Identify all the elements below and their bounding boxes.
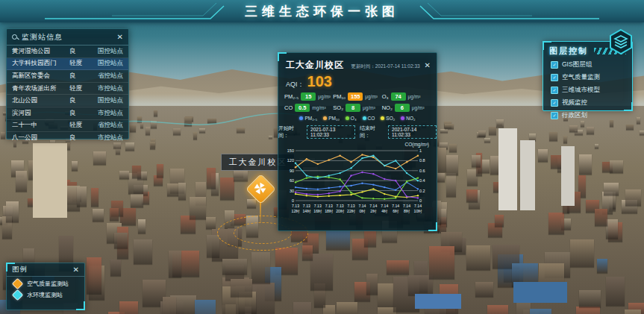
svg-text:14时: 14时 xyxy=(302,209,311,213)
building-block xyxy=(206,217,216,229)
station-row[interactable]: 黄河湿地公园良国控站点 xyxy=(7,45,128,58)
start-time-label: 开始时间： xyxy=(278,125,302,139)
svg-text:12时: 12时 xyxy=(292,209,301,213)
svg-text:7.13: 7.13 xyxy=(303,204,310,208)
layer-checkbox-item[interactable]: ✓空气质量监测 xyxy=(543,71,632,84)
building-block xyxy=(247,199,255,207)
chart-legend-item[interactable]: PM₁₀ xyxy=(323,116,340,121)
checkbox-checked-icon[interactable]: ✓ xyxy=(551,61,558,69)
building-block xyxy=(326,230,350,250)
pollutant-name: NO₂ xyxy=(382,104,393,111)
pollutant-unit: mg/m³ xyxy=(312,105,325,110)
layer-panel-title: 图层控制 xyxy=(549,45,588,57)
building-block xyxy=(131,194,143,207)
map-legend-panel: 图例 ✕ 空气质量监测站水环境监测站 xyxy=(6,263,85,310)
station-row[interactable]: 八一公园良市控站点 xyxy=(7,132,128,144)
building-block xyxy=(484,138,490,142)
chart-legend-item[interactable]: O₃ xyxy=(346,116,357,121)
close-icon[interactable]: ✕ xyxy=(425,62,431,69)
station-panel-title: 监测站信息 xyxy=(22,32,113,43)
legend-dot xyxy=(381,116,384,120)
pollutant-cell: CO0.5mg/m³ xyxy=(284,104,333,112)
station-row[interactable]: 高新区管委会良省控站点 xyxy=(7,70,128,83)
search-icon[interactable] xyxy=(12,34,18,40)
update-time: 更新时间：2021-07-14 11:02:33 xyxy=(344,63,420,70)
station-name: 大学科技园西门 xyxy=(12,59,69,68)
start-time-input[interactable]: 2021-07-13 11:02:33 xyxy=(307,125,355,139)
layer-label: 三维城市模型 xyxy=(562,86,600,95)
building-block xyxy=(130,125,136,131)
svg-text:22时: 22时 xyxy=(347,209,356,213)
top-header-bar: 三维生态环保一张图 xyxy=(0,0,644,22)
building-block xyxy=(110,260,121,276)
close-icon[interactable]: ✕ xyxy=(117,34,123,41)
checkbox-checked-icon[interactable]: ✓ xyxy=(551,99,558,107)
layer-label: 视频监控 xyxy=(562,98,587,107)
building-block xyxy=(472,155,481,167)
building-block xyxy=(530,309,552,314)
building-block xyxy=(466,245,491,270)
station-row[interactable]: 滨河园良市控站点 xyxy=(7,107,128,120)
chart-legend-item[interactable]: PM₂.₅ xyxy=(299,116,317,121)
building-block xyxy=(16,171,27,192)
aqi-value: 103 xyxy=(307,74,332,89)
layer-checkbox-item[interactable]: ✓视频监控 xyxy=(543,96,632,109)
blue-roof-shed xyxy=(415,294,461,309)
chart-legend-item[interactable]: NO₂ xyxy=(401,116,415,121)
svg-text:7.13: 7.13 xyxy=(337,204,344,208)
legend-item-label: 空气质量监测站 xyxy=(27,280,69,288)
pollutant-trend-chart[interactable]: 00300.2600.4900.61200.815017.1312时7.1314… xyxy=(283,147,432,222)
checkbox-checked-icon[interactable]: ✓ xyxy=(551,112,558,119)
chart-legend-item[interactable]: SO₂ xyxy=(381,116,395,121)
checkbox-checked-icon[interactable]: ✓ xyxy=(551,87,558,94)
svg-text:90: 90 xyxy=(290,169,294,173)
pollutant-unit: μg/m³ xyxy=(408,94,421,99)
station-row[interactable]: 青年农场派出所轻度市控站点 xyxy=(7,83,128,95)
svg-text:60: 60 xyxy=(290,178,294,183)
landmark-building xyxy=(33,143,67,218)
pollutant-value-chip: 74 xyxy=(391,92,406,101)
station-row[interactable]: 二十一中轻度省控站点 xyxy=(7,120,128,133)
building-block xyxy=(134,239,152,264)
legend-label: PM₁₀ xyxy=(328,116,340,121)
checkbox-checked-icon[interactable]: ✓ xyxy=(551,74,558,81)
svg-text:7.13: 7.13 xyxy=(325,204,333,208)
building-block xyxy=(178,183,186,200)
layer-items: ✓GIS图层组✓空气质量监测✓三维城市模型✓视频监控✓行政区划 xyxy=(543,58,632,122)
close-icon[interactable]: ✕ xyxy=(73,266,79,274)
svg-text:7.14: 7.14 xyxy=(403,204,410,208)
building-block xyxy=(93,151,106,165)
building-block xyxy=(466,189,478,202)
end-time-label: 结束时间： xyxy=(360,125,384,139)
layer-checkbox-item[interactable]: ✓GIS图层组 xyxy=(543,58,632,71)
pollutant-cell: O₃74μg/m³ xyxy=(382,92,431,101)
building-block xyxy=(237,128,245,133)
end-time-input[interactable]: 2021-07-14 11:02:33 xyxy=(388,125,437,139)
building-block xyxy=(137,116,142,122)
chart-legend-item[interactable]: CO xyxy=(363,116,375,121)
pollutant-unit: μg/m³ xyxy=(318,94,331,99)
svg-text:18时: 18时 xyxy=(325,209,334,213)
layer-checkbox-item[interactable]: ✓行政区划 xyxy=(543,109,632,122)
app-window: 工大金川校区 三维生态环保一张图 监测站信息 ✕ 黄河湿地公园良国控站点大学科技… xyxy=(0,0,644,314)
station-row[interactable]: 北山公园良国控站点 xyxy=(7,95,128,107)
building-block xyxy=(548,213,564,234)
building-block xyxy=(595,209,607,226)
building-block xyxy=(496,119,503,128)
svg-text:0: 0 xyxy=(292,198,294,203)
svg-text:0时: 0时 xyxy=(359,209,366,213)
layers-hexagon-icon[interactable] xyxy=(607,28,634,55)
legend-panel-title: 图例 xyxy=(12,265,73,274)
svg-text:0.4: 0.4 xyxy=(419,178,425,183)
layer-checkbox-item[interactable]: ✓三维城市模型 xyxy=(543,84,632,96)
building-block xyxy=(551,155,561,169)
building-block xyxy=(549,132,557,141)
station-grade: 良 xyxy=(69,47,87,56)
building-block xyxy=(91,188,99,207)
building-block xyxy=(220,178,235,200)
station-row[interactable]: 大学科技园西门轻度国控站点 xyxy=(7,58,128,71)
svg-text:2时: 2时 xyxy=(370,209,377,213)
building-block xyxy=(93,209,104,222)
svg-text:7.14: 7.14 xyxy=(358,204,366,208)
station-grade: 轻度 xyxy=(69,121,87,130)
